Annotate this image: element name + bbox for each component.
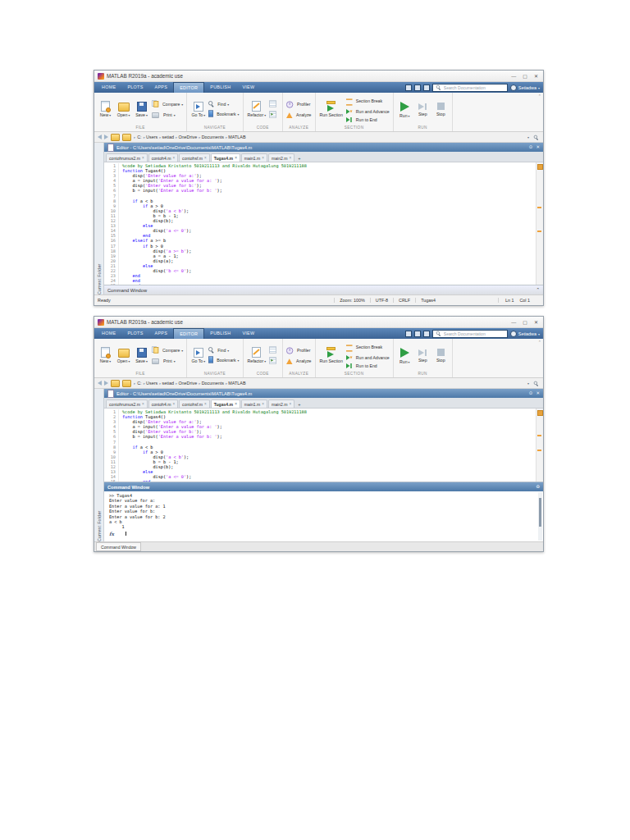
run-and-advance-button[interactable]: Run and Advance (346, 354, 390, 361)
ribbon-tab-plots[interactable]: PLOTS (121, 82, 148, 93)
breadcrumb-item[interactable]: Users (144, 135, 158, 139)
scrollbar-thumb[interactable] (539, 498, 541, 527)
chevron-down-icon[interactable] (527, 135, 529, 139)
dock-icon[interactable] (529, 390, 533, 397)
collapse-toolstrip-icon[interactable] (538, 94, 541, 98)
dock-icon[interactable] (536, 483, 540, 491)
document-tab-tugas4-m[interactable]: Tugas4.m (211, 399, 240, 408)
ribbon-tab-view[interactable]: VIEW (236, 328, 260, 339)
code-editor[interactable]: 1%code by Setiadwa Kristanto 5019211113 … (104, 162, 536, 285)
up-folder-icon[interactable] (122, 380, 131, 387)
warning-marker[interactable] (537, 435, 541, 436)
save-button[interactable]: Save (134, 348, 149, 363)
warning-summary-icon[interactable] (537, 164, 543, 170)
close-tab-icon[interactable] (142, 402, 144, 406)
document-tab-contohsf-m[interactable]: contohsf.m (179, 153, 210, 162)
close-tab-icon[interactable] (290, 156, 292, 160)
breadcrumb-item[interactable]: C: (137, 135, 141, 139)
open-button[interactable]: Open (116, 347, 131, 363)
go-to-button[interactable]: Go To (190, 348, 206, 363)
new-tab-button[interactable] (295, 400, 303, 408)
ribbon-tab-editor[interactable]: EDITOR (173, 328, 204, 339)
maximize-button[interactable] (523, 318, 527, 326)
search-documentation-input[interactable] (444, 85, 505, 90)
bookmark-button[interactable]: Bookmark (208, 109, 239, 118)
close-panel-icon[interactable] (536, 390, 540, 397)
close-tab-icon[interactable] (262, 402, 264, 406)
document-tab-contohrumus2-m[interactable]: contohrumus2.m (106, 153, 148, 162)
open-button[interactable]: Open (116, 101, 131, 117)
print-button[interactable]: Print (152, 110, 183, 119)
status-eol[interactable]: CRLF (393, 298, 415, 303)
warning-summary-icon[interactable] (537, 410, 543, 416)
chevron-up-icon[interactable] (536, 286, 540, 294)
new-tab-button[interactable] (295, 154, 303, 162)
section-break-button[interactable]: Section Break (346, 342, 390, 353)
indent-grid-button[interactable] (269, 110, 279, 119)
document-tab-contohrumus2-m[interactable]: contohrumus2.m (106, 399, 148, 408)
warning-marker[interactable] (537, 450, 541, 451)
maximize-button[interactable] (523, 72, 527, 80)
close-tab-icon[interactable] (290, 402, 292, 406)
command-prompt-row[interactable]: fx (109, 531, 536, 536)
ribbon-tab-editor[interactable]: EDITOR (173, 82, 204, 93)
ribbon-tab-home[interactable]: HOME (96, 328, 121, 339)
breadcrumb-item[interactable]: Documents (199, 135, 224, 139)
quick-access-icon[interactable] (405, 84, 412, 91)
search-documentation-input[interactable] (444, 331, 505, 336)
browse-folder-icon[interactable] (111, 380, 120, 387)
document-tab-contoh4-m[interactable]: contoh4.m (148, 153, 178, 162)
browse-folder-icon[interactable] (111, 134, 120, 141)
function-hint-icon[interactable]: fx (109, 531, 114, 536)
ribbon-tab-publish[interactable]: PUBLISH (204, 328, 236, 339)
close-tab-icon[interactable] (204, 402, 207, 406)
ribbon-tab-publish[interactable]: PUBLISH (204, 82, 236, 93)
document-tab-contoh4-m[interactable]: contoh4.m (148, 399, 178, 408)
close-tab-icon[interactable] (235, 156, 237, 160)
chevron-down-icon[interactable] (527, 381, 529, 386)
section-break-button[interactable]: Section Break (346, 96, 390, 107)
document-tab-main2-m[interactable]: main2.m (268, 153, 294, 162)
run-and-advance-button[interactable]: Run and Advance (346, 108, 390, 115)
command-window-output[interactable]: >> Tugas4Enter value for a:Enter a value… (104, 491, 543, 541)
quick-access-icon[interactable] (423, 331, 430, 337)
forward-icon[interactable] (104, 135, 108, 139)
run-section-button[interactable]: Run Section (319, 101, 344, 117)
run-button[interactable]: Run (397, 101, 413, 118)
compare-button[interactable]: Compare (152, 99, 183, 108)
close-tab-icon[interactable] (204, 156, 207, 160)
back-icon[interactable] (98, 135, 102, 139)
current-folder-collapsed-tab[interactable]: Current Folder (94, 143, 104, 294)
collapse-toolstrip-icon[interactable] (538, 340, 541, 345)
back-icon[interactable] (98, 381, 102, 386)
run-to-end-button[interactable]: Run to End (346, 363, 390, 369)
stop-button[interactable]: Stop (433, 348, 449, 363)
quick-access-icon[interactable] (423, 84, 430, 91)
breadcrumb-item[interactable]: MATLAB (226, 381, 246, 386)
profiler-button[interactable]: Profiler (286, 100, 311, 109)
command-window-header[interactable]: Command Window (104, 482, 543, 491)
code-editor[interactable]: 1%code by Setiadwa Kristanto 5019211113 … (104, 409, 536, 482)
close-tab-icon[interactable] (235, 402, 237, 406)
command-window-dock-tab[interactable]: Command Window (96, 542, 141, 551)
step-button[interactable]: Step (415, 103, 431, 116)
bookmark-button[interactable]: Bookmark (208, 355, 239, 364)
ribbon-tab-home[interactable]: HOME (96, 82, 121, 93)
profiler-button[interactable]: Profiler (286, 346, 311, 355)
compare-button[interactable]: Compare (152, 345, 183, 354)
document-tab-contohsf-m[interactable]: contohsf.m (179, 399, 210, 408)
status-encoding[interactable]: UTF-8 (370, 298, 393, 303)
find-button[interactable]: Find (208, 346, 239, 354)
close-tab-icon[interactable] (172, 156, 175, 160)
ribbon-tab-apps[interactable]: APPS (149, 82, 174, 93)
breadcrumb-item[interactable]: MATLAB (226, 135, 246, 139)
new-button[interactable]: New (98, 101, 113, 117)
go-to-button[interactable]: Go To (190, 102, 206, 117)
analyze-button[interactable]: Analyze (286, 111, 311, 119)
breadcrumb-item[interactable]: OneDrive (176, 381, 197, 386)
breadcrumb-item[interactable]: Documents (199, 381, 224, 386)
user-menu[interactable]: Setiadwa (510, 84, 540, 91)
refactor-button[interactable]: Refactor (247, 101, 267, 117)
current-folder-collapsed-tab[interactable]: Current Folder (94, 389, 104, 541)
close-button[interactable] (534, 318, 538, 326)
